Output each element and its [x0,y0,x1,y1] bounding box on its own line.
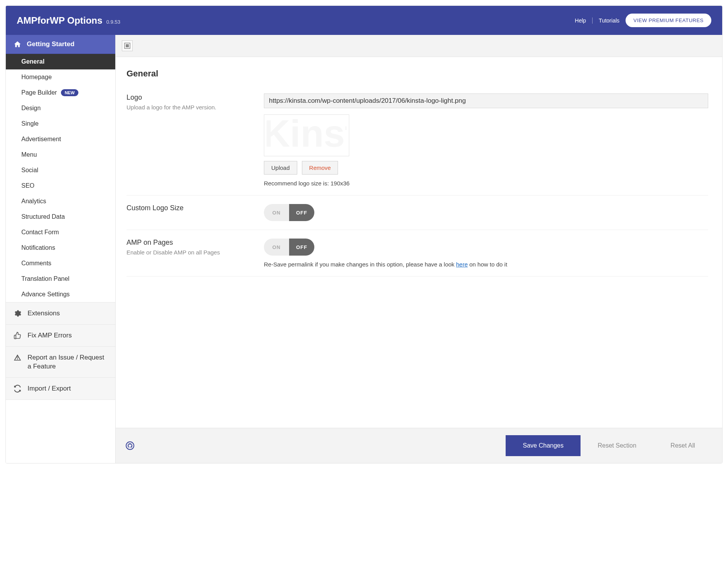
logo-label: Logo [127,93,255,102]
sidebar-item-design[interactable]: Design [6,100,115,116]
amp-pages-note: Re-Save permalink if you make changes in… [264,261,708,268]
sidebar-item-page-builder[interactable]: Page Builder NEW [6,85,115,100]
thumbs-up-icon [14,332,21,339]
toggle-off[interactable]: OFF [289,239,314,256]
gear-icon [14,310,21,317]
logo-recommend: Recommend logo size is: 190x36 [264,180,708,187]
sidebar-item-fix-errors[interactable]: Fix AMP Errors [6,324,115,346]
reset-section-button[interactable]: Reset Section [581,435,653,456]
sidebar-item-general[interactable]: General [6,54,115,69]
app-version: 0.9.53 [106,19,120,25]
sidebar-item-homepage[interactable]: Homepage [6,69,115,85]
sidebar-item-social[interactable]: Social [6,163,115,178]
app-title: AMPforWP Options [17,15,102,26]
section-title: General [127,69,708,79]
main: General Logo Upload a logo for the AMP v… [116,35,722,463]
field-custom-logo-size: Custom Logo Size ON OFF [127,195,708,230]
sidebar-item-menu[interactable]: Menu [6,147,115,163]
sidebar-item-analytics[interactable]: Analytics [6,194,115,209]
svg-rect-1 [126,44,129,47]
sidebar-item-advance-settings[interactable]: Advance Settings [6,287,115,302]
remove-button[interactable]: Remove [302,161,338,175]
sidebar-section-getting-started[interactable]: Getting Started [6,35,115,54]
custom-logo-label: Custom Logo Size [127,204,255,212]
upload-button[interactable]: Upload [264,161,297,175]
github-icon[interactable] [126,441,134,450]
save-changes-button[interactable]: Save Changes [506,435,581,456]
sidebar-item-translation-panel[interactable]: Translation Panel [6,271,115,287]
refresh-icon [14,385,21,393]
sidebar-item-single[interactable]: Single [6,116,115,131]
reset-all-button[interactable]: Reset All [653,435,712,456]
sidebar-item-import-export[interactable]: Import / Export [6,377,115,400]
toggle-on[interactable]: ON [264,239,289,256]
amp-pages-toggle[interactable]: ON OFF [264,239,314,256]
divider [592,17,593,24]
logo-url-input[interactable] [264,93,708,108]
help-link[interactable]: Help [575,17,586,24]
toggle-on[interactable]: ON [264,204,289,221]
sidebar-item-comments[interactable]: Comments [6,256,115,271]
sidebar-section-label: Getting Started [27,40,75,48]
warning-icon [14,354,21,361]
sidebar-item-advertisement[interactable]: Advertisement [6,131,115,147]
header: AMPforWP Options 0.9.53 Help Tutorials V… [6,6,722,35]
view-premium-button[interactable]: VIEW PREMIUM FEATURES [626,14,711,27]
toggle-off[interactable]: OFF [289,204,314,221]
toolbar [116,35,722,57]
field-amp-on-pages: AMP on Pages Enable or Disable AMP on al… [127,230,708,277]
field-logo: Logo Upload a logo for the AMP version. … [127,92,708,195]
sidebar-item-report-issue[interactable]: Report an Issue / Request a Feature [6,346,115,378]
custom-logo-toggle[interactable]: ON OFF [264,204,314,221]
sidebar-item-notifications[interactable]: Notifications [6,240,115,256]
sidebar-item-seo[interactable]: SEO [6,178,115,194]
sidebar-item-structured-data[interactable]: Structured Data [6,209,115,225]
svg-text:Kinst: Kinst [267,117,347,154]
home-icon [14,40,21,48]
expand-panel-button[interactable] [122,40,133,51]
new-badge: NEW [61,89,79,96]
permalink-help-link[interactable]: here [456,261,468,268]
logo-preview: Kinst [264,114,349,156]
sidebar-item-extensions[interactable]: Extensions [6,302,115,324]
amp-pages-desc: Enable or Disable AMP on all Pages [127,249,255,256]
sidebar-item-contact-form[interactable]: Contact Form [6,225,115,240]
tutorials-link[interactable]: Tutorials [599,17,619,24]
amp-pages-label: AMP on Pages [127,239,255,247]
logo-desc: Upload a logo for the AMP version. [127,104,255,111]
footer: Save Changes Reset Section Reset All [116,428,722,463]
sidebar: Getting Started General Homepage Page Bu… [6,35,116,463]
